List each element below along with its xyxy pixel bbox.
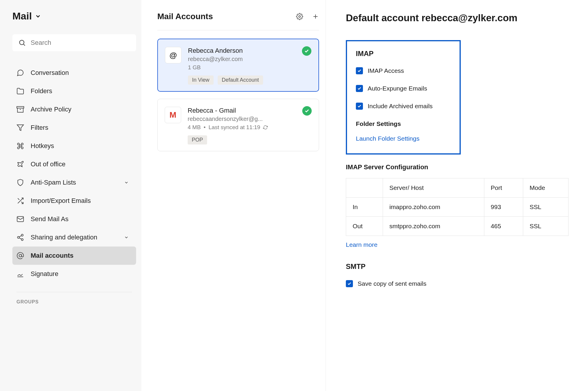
nav-item-import-export[interactable]: Import/Export Emails — [12, 192, 136, 210]
nav-item-send-mail-as[interactable]: Send Mail As — [12, 210, 136, 228]
svg-rect-2 — [17, 106, 24, 108]
checkbox-label: Auto-Expunge Emails — [368, 85, 427, 92]
main-panel: Default account rebecca@zylker.com IMAP … — [326, 0, 588, 391]
table-header — [346, 178, 383, 198]
account-name: Rebecca - Gmail — [188, 107, 312, 114]
svg-point-10 — [17, 236, 19, 239]
nav-item-label: Anti-Spam Lists — [31, 179, 76, 186]
table-header-row: Server/ Host Port Mode — [346, 178, 569, 198]
folder-settings-heading: Folder Settings — [356, 120, 451, 127]
nav-item-sharing[interactable]: Sharing and delegation — [12, 228, 136, 247]
conversation-icon — [16, 69, 24, 77]
account-avatar: @ — [165, 47, 181, 63]
svg-point-16 — [299, 16, 300, 17]
server-config-table: Server/ Host Port Mode In imappro.zoho.c… — [346, 178, 569, 236]
search-input-wrap[interactable] — [12, 34, 136, 51]
accounts-title: Mail Accounts — [157, 12, 213, 21]
archive-icon — [16, 106, 24, 113]
account-avatar-gmail: M — [165, 107, 181, 123]
groups-section-label: GROUPS — [12, 299, 136, 305]
table-header: Mode — [523, 178, 568, 198]
nav-item-label: Conversation — [31, 69, 69, 77]
nav-item-filters[interactable]: Filters — [12, 119, 136, 137]
account-name: Rebecca Anderson — [188, 47, 311, 55]
launch-folder-settings-link[interactable]: Launch Folder Settings — [356, 135, 451, 142]
nav-item-conversation[interactable]: Conversation — [12, 64, 136, 82]
table-cell: 465 — [484, 217, 523, 236]
checkbox-include-archived[interactable]: Include Archived emails — [356, 103, 451, 110]
nav-item-mail-accounts[interactable]: Mail accounts — [12, 247, 136, 265]
chevron-down-icon — [123, 179, 130, 186]
checkbox-auto-expunge[interactable]: Auto-Expunge Emails — [356, 85, 451, 92]
nav-list: Conversation Folders Archive Policy Filt… — [12, 64, 136, 283]
nav-item-signature[interactable]: Signature — [12, 265, 136, 283]
nav-item-out-of-office[interactable]: Out of office — [12, 155, 136, 173]
svg-point-9 — [21, 234, 23, 236]
server-config-heading: IMAP Server Configuration — [346, 163, 570, 171]
checkbox-label: Include Archived emails — [368, 103, 433, 110]
imap-highlighted-box: IMAP IMAP Access Auto-Expunge Emails Inc… — [346, 40, 461, 155]
smtp-heading: SMTP — [346, 262, 570, 271]
nav-item-label: Mail accounts — [31, 252, 73, 259]
nav-item-folders[interactable]: Folders — [12, 82, 136, 100]
nav-item-label: Folders — [31, 87, 52, 95]
nav-item-label: Out of office — [31, 160, 65, 168]
checkbox-save-sent[interactable]: Save copy of sent emails — [346, 280, 570, 287]
svg-line-13 — [19, 236, 21, 237]
nav-item-archive-policy[interactable]: Archive Policy — [12, 100, 136, 119]
refresh-icon[interactable] — [263, 125, 268, 130]
svg-point-0 — [19, 40, 24, 45]
import-export-icon — [16, 197, 24, 205]
account-badge: POP — [188, 135, 207, 144]
checkbox-imap-access[interactable]: IMAP Access — [356, 67, 451, 74]
plus-icon[interactable] — [312, 13, 319, 20]
at-sign-icon — [16, 252, 24, 259]
svg-marker-4 — [17, 125, 24, 131]
search-input[interactable] — [31, 39, 130, 47]
svg-point-11 — [21, 239, 23, 241]
imap-heading: IMAP — [356, 50, 451, 58]
search-icon — [18, 39, 26, 47]
table-cell: smtppro.zoho.com — [383, 217, 484, 236]
svg-line-12 — [19, 238, 21, 239]
nav-item-anti-spam[interactable]: Anti-Spam Lists — [12, 173, 136, 192]
svg-line-1 — [24, 44, 25, 46]
chevron-down-icon — [123, 234, 130, 241]
table-header: Server/ Host — [383, 178, 484, 198]
divider — [16, 292, 132, 292]
checkbox-icon — [356, 103, 363, 110]
table-cell: SSL — [523, 217, 568, 236]
table-cell: In — [346, 198, 383, 217]
account-card[interactable]: M Rebecca - Gmail rebeccaandersonzylker@… — [157, 99, 319, 151]
filter-icon — [16, 124, 24, 132]
account-email: rebeccaandersonzylker@g... — [188, 116, 312, 122]
account-size: 4 MB — [188, 124, 201, 131]
learn-more-link[interactable]: Learn more — [346, 241, 570, 248]
table-cell: 993 — [484, 198, 523, 217]
nav-item-label: Send Mail As — [31, 215, 68, 223]
table-header: Port — [484, 178, 523, 198]
account-size: 1 GB — [188, 64, 311, 71]
sidebar-title-dropdown[interactable]: Mail — [12, 10, 136, 22]
table-cell: SSL — [523, 198, 568, 217]
nav-item-label: Signature — [31, 270, 58, 278]
account-email: rebecca@zylker.com — [188, 56, 311, 63]
verified-check-icon — [302, 106, 312, 116]
nav-item-hotkeys[interactable]: Hotkeys — [12, 137, 136, 155]
checkbox-icon — [356, 85, 363, 92]
table-row: Out smtppro.zoho.com 465 SSL — [346, 217, 569, 236]
svg-line-7 — [18, 198, 19, 200]
gear-icon[interactable] — [296, 13, 303, 20]
table-cell: Out — [346, 217, 383, 236]
page-title: Default account rebecca@zylker.com — [346, 12, 570, 24]
nav-item-label: Filters — [31, 124, 48, 132]
nav-item-label: Import/Export Emails — [31, 197, 91, 205]
account-card[interactable]: @ Rebecca Anderson rebecca@zylker.com 1 … — [157, 39, 319, 92]
accounts-header: Mail Accounts — [157, 12, 319, 30]
nav-item-label: Hotkeys — [31, 142, 54, 150]
signature-icon — [16, 270, 24, 278]
plane-icon — [16, 160, 24, 168]
verified-check-icon — [302, 46, 311, 56]
table-cell: imappro.zoho.com — [383, 198, 484, 217]
sidebar: Mail Conversation Folders Archive Policy… — [0, 0, 141, 391]
